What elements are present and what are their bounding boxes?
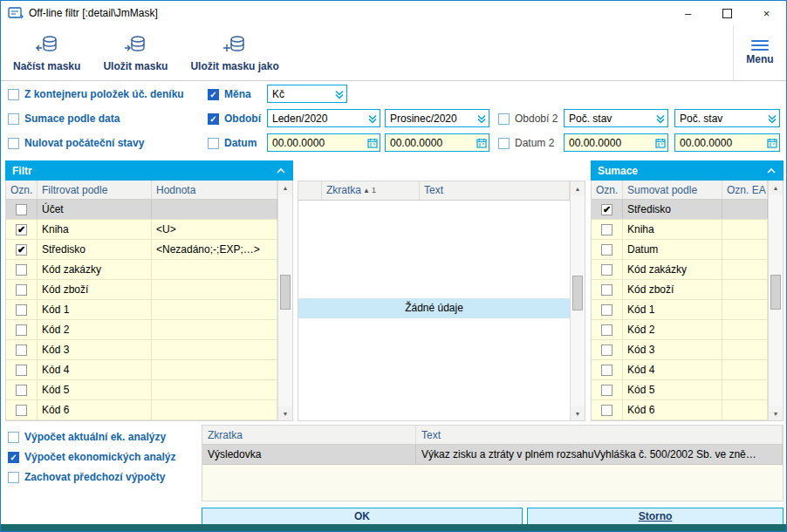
table-row[interactable]: ✔Kniha<U> bbox=[6, 220, 277, 240]
row-checkbox[interactable] bbox=[601, 284, 612, 296]
row-checkbox[interactable] bbox=[601, 244, 612, 256]
checkbox-mena[interactable]: Měna bbox=[208, 85, 251, 103]
checkbox-zachovat-vypocty[interactable]: Zachovat předchozí výpočty bbox=[8, 468, 165, 486]
row-checkbox[interactable] bbox=[16, 324, 27, 336]
table-row[interactable]: Kód zakázky bbox=[592, 260, 768, 280]
minimize-button[interactable]: – bbox=[668, 1, 708, 25]
checkbox-box[interactable] bbox=[8, 432, 19, 443]
checkbox-datum[interactable]: Datum bbox=[208, 134, 257, 152]
table-row[interactable]: Kód 4 bbox=[6, 360, 277, 380]
checkbox-box[interactable] bbox=[208, 113, 219, 125]
obdobi-to-combo[interactable]: Prosinec/2020 bbox=[385, 109, 489, 127]
scroll-down-icon[interactable]: ▼ bbox=[571, 406, 585, 420]
row-checkbox[interactable] bbox=[601, 304, 612, 316]
row-checkbox[interactable] bbox=[16, 304, 27, 316]
row-checkbox[interactable] bbox=[601, 385, 612, 396]
scroll-down-icon[interactable]: ▼ bbox=[278, 406, 292, 420]
row-checkbox[interactable] bbox=[16, 405, 27, 416]
scroll-track[interactable] bbox=[278, 194, 292, 406]
table-row[interactable]: ✔Středisko<Nezadáno;-;EXP;…> bbox=[6, 240, 277, 260]
column-header[interactable]: Ozn. EA bbox=[722, 181, 768, 199]
table-row[interactable]: Kód 5 bbox=[6, 380, 277, 400]
checkbox-box[interactable] bbox=[498, 138, 510, 149]
table-row[interactable]: Kód zboží bbox=[6, 280, 277, 300]
checkbox-kontejner[interactable]: Z kontejneru položek úč. deníku bbox=[8, 85, 184, 103]
close-button[interactable]: × bbox=[747, 1, 786, 25]
table-row[interactable]: Kód 4 bbox=[592, 360, 768, 380]
save-mask-button[interactable]: Uložit masku bbox=[92, 25, 178, 80]
obdobi2-from-combo[interactable]: Poč. stav bbox=[564, 109, 668, 127]
datum2-to-field[interactable]: 00.00.0000 bbox=[674, 133, 780, 152]
checkbox-obdobi2[interactable]: Období 2 bbox=[498, 110, 558, 127]
table-row[interactable]: VýsledovkaVýkaz zisku a ztráty v plném r… bbox=[202, 445, 783, 465]
column-header[interactable]: Zkratka bbox=[202, 426, 416, 444]
table-row[interactable]: Kód 2 bbox=[592, 320, 768, 340]
checkbox-box[interactable] bbox=[8, 472, 19, 483]
row-checkbox[interactable] bbox=[601, 324, 612, 336]
checkbox-obdobi[interactable]: Období bbox=[208, 110, 261, 127]
checkbox-box[interactable] bbox=[498, 113, 510, 125]
obdobi-from-combo[interactable]: Leden/2020 bbox=[267, 109, 380, 127]
obdobi2-to-combo[interactable]: Poč. stav bbox=[674, 109, 780, 127]
middle-scrollbar[interactable]: ▲ ▼ bbox=[570, 181, 585, 420]
table-row[interactable]: Kód 1 bbox=[592, 300, 768, 320]
collapse-icon[interactable] bbox=[766, 167, 777, 175]
row-checkbox[interactable]: ✔ bbox=[16, 224, 27, 235]
column-header[interactable]: Text bbox=[420, 181, 570, 200]
table-row[interactable]: Kód 2 bbox=[6, 320, 277, 340]
sumace-scrollbar[interactable]: ▲ ▼ bbox=[768, 181, 783, 420]
checkbox-box[interactable] bbox=[208, 89, 219, 100]
row-checkbox[interactable] bbox=[16, 385, 27, 396]
row-checkbox[interactable] bbox=[16, 204, 27, 215]
filtr-grid-header[interactable]: Ozn. Filtrovat podle Hodnota bbox=[6, 181, 277, 200]
table-row[interactable]: Kniha bbox=[592, 220, 768, 240]
scroll-thumb[interactable] bbox=[280, 275, 291, 310]
maximize-button[interactable] bbox=[708, 1, 747, 25]
scroll-track[interactable] bbox=[769, 194, 783, 406]
checkbox-box[interactable] bbox=[8, 89, 19, 100]
row-checkbox[interactable] bbox=[16, 264, 27, 276]
table-row[interactable]: Účet bbox=[6, 200, 277, 220]
column-header[interactable]: Text bbox=[416, 426, 783, 444]
filtr-scrollbar[interactable]: ▲ ▼ bbox=[277, 181, 292, 420]
ok-button[interactable]: OK bbox=[202, 508, 523, 525]
sumace-grid-header[interactable]: Ozn. Sumovat podle Ozn. EA bbox=[592, 181, 768, 200]
collapse-icon[interactable] bbox=[276, 167, 286, 175]
table-row[interactable]: Kód 3 bbox=[6, 340, 277, 360]
menu-button[interactable]: Menu bbox=[733, 25, 786, 80]
row-checkbox[interactable] bbox=[16, 284, 27, 296]
checkbox-nulovat[interactable]: Nulovat počáteční stavy bbox=[8, 134, 144, 152]
datum-to-field[interactable]: 00.00.0000 bbox=[385, 133, 489, 152]
column-header[interactable] bbox=[298, 181, 322, 200]
checkbox-box[interactable] bbox=[8, 452, 19, 463]
row-checkbox[interactable] bbox=[601, 344, 612, 356]
datum2-from-field[interactable]: 00.00.0000 bbox=[564, 133, 668, 152]
scroll-up-icon[interactable]: ▲ bbox=[571, 181, 585, 195]
middle-grid-header[interactable]: Zkratka ▲ 1 Text bbox=[298, 181, 570, 201]
row-checkbox[interactable] bbox=[601, 224, 612, 235]
checkbox-box[interactable] bbox=[8, 138, 19, 149]
table-row[interactable]: Kód zboží bbox=[592, 280, 768, 300]
column-header[interactable]: Ozn. bbox=[592, 181, 623, 199]
checkbox-box[interactable] bbox=[8, 113, 19, 125]
column-header[interactable]: Hodnota bbox=[152, 181, 277, 199]
datum-from-field[interactable]: 00.00.0000 bbox=[267, 133, 380, 152]
row-checkbox[interactable] bbox=[601, 405, 612, 416]
checkbox-box[interactable] bbox=[208, 138, 219, 149]
scroll-track[interactable] bbox=[571, 195, 585, 406]
table-row[interactable]: Kód 6 bbox=[592, 400, 768, 420]
table-row[interactable]: Kód 1 bbox=[6, 300, 277, 320]
row-checkbox[interactable] bbox=[601, 264, 612, 276]
row-checkbox[interactable] bbox=[601, 365, 612, 376]
storno-button[interactable]: Storno bbox=[527, 508, 784, 525]
mena-combo[interactable]: Kč bbox=[267, 85, 347, 103]
scroll-thumb[interactable] bbox=[770, 275, 781, 310]
scroll-down-icon[interactable]: ▼ bbox=[769, 406, 783, 420]
scroll-up-icon[interactable]: ▲ bbox=[769, 181, 783, 194]
table-row[interactable]: Datum bbox=[592, 240, 768, 260]
table-row[interactable]: Kód 5 bbox=[592, 380, 768, 400]
checkbox-datum2[interactable]: Datum 2 bbox=[498, 134, 554, 152]
analyzy-header[interactable]: Zkratka Text bbox=[202, 426, 783, 445]
column-header[interactable]: Sumovat podle bbox=[623, 181, 722, 199]
checkbox-vypocet-aktualni[interactable]: Výpočet aktuální ek. analýzy bbox=[8, 428, 166, 446]
